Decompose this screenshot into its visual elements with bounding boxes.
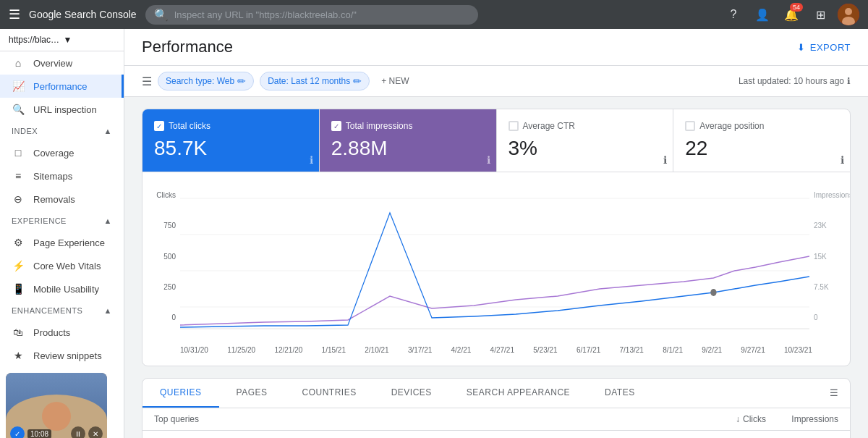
tab-devices[interactable]: DEVICES [374,379,449,408]
avg-ctr-checkbox[interactable]: ✓ [509,121,519,131]
home-icon: ⌂ [12,57,25,69]
search-type-label: Search type: Web [166,76,234,86]
sidebar-item-mobile-usability[interactable]: 📱 Mobile Usability [0,277,124,300]
sidebar: https://blacktreelab.co/ ▼ ⌂ Overview 📈 … [0,29,124,438]
search-type-filter-chip[interactable]: Search type: Web ✏ [158,72,254,90]
filter-settings-icon[interactable]: ☰ [142,75,152,88]
y-left-250: 250 [163,283,176,291]
sidebar-item-page-experience[interactable]: ⚙ Page Experience [0,231,124,254]
x-label-13: 9/27/21 [741,346,765,354]
sidebar-item-products[interactable]: 🛍 Products [0,321,124,344]
date-edit-icon: ✏ [353,75,362,87]
total-clicks-checkbox[interactable]: ✓ [154,121,164,131]
clicks-header-label: Clicks [743,414,766,424]
help-button[interactable]: ? [722,3,745,26]
y-right-15k: 15K [814,253,827,261]
info-icon: ℹ [847,76,851,86]
tab-countries[interactable]: COUNTRIES [284,379,373,408]
x-label-4: 2/10/21 [365,346,388,354]
enhancements-section-header[interactable]: Enhancements ▲ [0,300,124,321]
x-label-7: 4/27/21 [490,346,514,354]
total-impressions-checkbox[interactable]: ✓ [331,121,341,131]
search-bar[interactable]: 🔍 [145,5,478,25]
total-clicks-label: Total clicks [169,121,210,131]
sidebar-item-coverage[interactable]: □ Coverage [0,141,124,164]
removals-icon: ⊖ [12,193,25,205]
x-label-2: 12/21/20 [274,346,302,354]
sidebar-label-removals: Removals [33,194,75,205]
account-icon: 👤 [755,8,770,22]
topbar: ☰ Google Search Console 🔍 ? 👤 🔔 54 ⊞ [0,0,868,29]
video-time-display: 10:08 [27,429,51,439]
apps-icon: ⊞ [816,8,825,22]
notifications-button[interactable]: 🔔 54 [780,3,803,26]
video-close-button[interactable]: ✕ [88,426,103,438]
avg-ctr-info-icon[interactable]: ℹ [663,154,667,166]
metric-card-total-clicks[interactable]: ✓ Total clicks 85.7K ℹ [142,109,320,172]
experience-section-header[interactable]: Experience ▲ [0,211,124,231]
x-label-5: 3/17/21 [408,346,432,354]
table-filter-icon[interactable]: ☰ [818,379,850,408]
menu-icon[interactable]: ☰ [9,7,20,22]
new-filter-button[interactable]: + NEW [375,73,414,89]
date-label: Date: Last 12 months [268,76,350,86]
chart-dot[interactable] [710,289,716,296]
sort-arrow-icon: ↓ [736,414,740,424]
avg-position-checkbox[interactable]: ✓ [685,121,695,131]
video-pause-button[interactable]: ⏸ [71,426,85,438]
metric-card-total-impressions[interactable]: ✓ Total impressions 2.88M ℹ [320,109,497,172]
app-logo: Google Search Console [29,9,137,20]
review-icon: ★ [12,350,25,361]
metric-card-avg-ctr[interactable]: ✓ Average CTR 3% ℹ [497,109,674,172]
export-icon: ⬇ [797,42,806,53]
sidebar-item-performance[interactable]: 📈 Performance [0,75,124,98]
mobile-icon: 📱 [12,283,25,295]
tab-search-appearance[interactable]: SEARCH APPEARANCE [449,379,587,408]
index-section-header[interactable]: Index ▲ [0,121,124,141]
avatar[interactable] [838,4,859,25]
sidebar-item-core-web-vitals[interactable]: ⚡ Core Web Vitals [0,254,124,277]
tab-dates[interactable]: DATES [587,379,652,408]
notification-badge: 54 [790,3,803,12]
site-selector[interactable]: https://blacktreelab.co/ ▼ [0,29,124,51]
enhancements-section-label: Enhancements [12,306,82,315]
account-button[interactable]: 👤 [751,3,774,26]
avg-position-info-icon[interactable]: ℹ [841,154,844,166]
sitemaps-icon: ≡ [12,170,25,182]
x-label-11: 8/1/21 [663,346,683,354]
total-impressions-label: Total impressions [346,121,413,131]
last-updated-text: Last updated: 10 hours ago [739,76,844,86]
tab-pages[interactable]: PAGES [219,379,285,408]
index-section-label: Index [12,127,38,135]
y-right-23k: 23K [814,222,827,229]
total-impressions-info-icon[interactable]: ℹ [487,154,490,166]
svg-point-1 [845,8,852,15]
sidebar-item-removals[interactable]: ⊖ Removals [0,188,124,211]
date-filter-chip[interactable]: Date: Last 12 months ✏ [260,72,370,90]
collapse-icon: ▲ [104,127,112,135]
sidebar-item-review-snippets[interactable]: ★ Review snippets [0,344,124,367]
sidebar-label-products: Products [33,327,70,338]
x-label-10: 7/13/21 [620,346,644,354]
metrics-container: ✓ Total clicks 85.7K ℹ ✓ Total impressio… [142,109,851,366]
table-container: Top queries ↓ Clicks Impressions black t… [142,408,850,438]
x-label-12: 9/2/21 [702,346,722,354]
sidebar-item-overview[interactable]: ⌂ Overview [0,51,124,75]
col-header-impressions: Impressions [766,414,838,424]
x-label-3: 1/15/21 [322,346,346,354]
metric-card-avg-position[interactable]: ✓ Average position 22 ℹ [673,109,850,172]
y-right-0: 0 [814,313,818,321]
export-button[interactable]: ⬇ EXPORT [797,42,851,53]
total-clicks-value: 85.7K [154,137,307,160]
sidebar-item-url-inspection[interactable]: 🔍 URL inspection [0,98,124,121]
y-left-500: 500 [163,253,176,261]
sidebar-label-sitemaps: Sitemaps [33,171,72,182]
sidebar-item-sitemaps[interactable]: ≡ Sitemaps [0,164,124,188]
search-input[interactable] [174,9,469,20]
apps-button[interactable]: ⊞ [809,3,832,26]
total-clicks-info-icon[interactable]: ℹ [310,154,313,166]
topbar-right: ? 👤 🔔 54 ⊞ [722,3,859,26]
col-header-clicks[interactable]: ↓ Clicks [694,414,766,424]
tab-queries[interactable]: QUERIES [142,379,219,408]
search-icon: 🔍 [154,8,169,22]
